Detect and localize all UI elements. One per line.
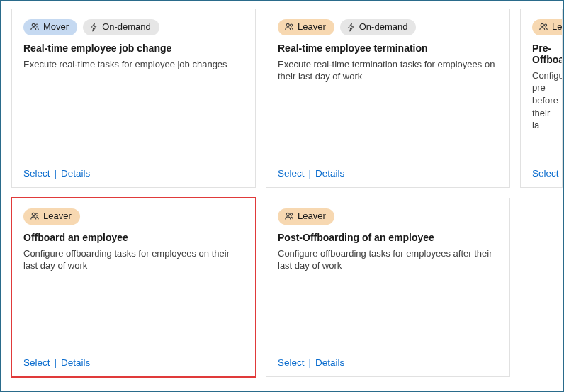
- people-icon: [30, 211, 40, 221]
- tag-label: Mover: [43, 21, 69, 33]
- card-actions: Select|Details: [278, 168, 498, 179]
- bolt-icon: [346, 23, 356, 32]
- leaver-tag: Leaver: [278, 208, 334, 225]
- tags-row: LeaverOn-demand: [278, 19, 498, 35]
- mover-tag: Mover: [23, 19, 77, 35]
- select-link[interactable]: Select: [278, 357, 305, 368]
- card-title: Pre-Offboard: [532, 43, 551, 65]
- workflow-card-pre-offboard: LeaverPre-OffboardConfigure pre before t…: [520, 9, 563, 188]
- svg-point-8: [286, 213, 289, 216]
- tag-label: On-demand: [102, 21, 151, 33]
- select-link[interactable]: Select: [23, 357, 50, 368]
- card-title: Real-time employee termination: [278, 43, 498, 54]
- svg-point-6: [32, 213, 35, 216]
- svg-point-0: [32, 24, 35, 27]
- tag-label: Leaver: [43, 211, 72, 223]
- details-link[interactable]: Details: [315, 168, 344, 179]
- svg-point-5: [544, 24, 546, 26]
- card-actions: Select|Details: [278, 357, 498, 368]
- bolt-icon: [89, 23, 98, 32]
- card-title: Real-time employee job change: [23, 43, 244, 54]
- tag-label: On-demand: [359, 21, 408, 33]
- card-description: Configure pre before their la: [532, 69, 551, 132]
- svg-point-7: [35, 213, 38, 215]
- card-description: Execute real-time termination tasks for …: [278, 58, 498, 83]
- card-description: Execute real-time tasks for employee job…: [23, 58, 244, 71]
- svg-point-2: [286, 24, 289, 27]
- action-separator: |: [309, 168, 312, 179]
- svg-point-4: [541, 24, 543, 27]
- card-actions: Select|Details: [23, 168, 244, 179]
- workflow-card-offboard: LeaverOffboard an employeeConfigure offb…: [11, 198, 256, 377]
- action-separator: |: [55, 168, 57, 179]
- ondemand-tag: On-demand: [83, 19, 159, 35]
- tags-row: Leaver: [23, 208, 244, 225]
- workflow-card-job-change: MoverOn-demandReal-time employee job cha…: [11, 9, 256, 188]
- details-link[interactable]: Details: [315, 357, 344, 368]
- card-title: Post-Offboarding of an employee: [278, 232, 498, 243]
- card-description: Configure offboarding tasks for employee…: [278, 247, 498, 272]
- people-icon: [30, 22, 40, 32]
- cards-container: MoverOn-demandReal-time employee job cha…: [1, 1, 563, 377]
- card-title: Offboard an employee: [23, 232, 244, 243]
- tags-row: Leaver: [532, 19, 551, 35]
- details-link[interactable]: Details: [61, 357, 90, 368]
- tags-row: MoverOn-demand: [23, 19, 244, 35]
- svg-point-9: [290, 213, 292, 215]
- card-actions: Select|Details: [23, 357, 244, 368]
- action-separator: |: [309, 357, 312, 368]
- leaver-tag: Leaver: [23, 208, 80, 225]
- workflow-card-termination: LeaverOn-demandReal-time employee termin…: [266, 9, 510, 188]
- people-icon: [284, 22, 294, 32]
- action-separator: |: [55, 357, 57, 368]
- tags-row: Leaver: [278, 208, 498, 225]
- leaver-tag: Leaver: [278, 19, 334, 35]
- svg-point-3: [290, 24, 292, 26]
- details-link[interactable]: Details: [61, 168, 90, 179]
- select-link[interactable]: Select: [23, 168, 50, 179]
- people-icon: [538, 22, 548, 32]
- svg-point-1: [35, 24, 38, 26]
- select-link[interactable]: Select: [532, 168, 559, 179]
- card-actions: Select|Details: [532, 168, 551, 179]
- people-icon: [284, 211, 294, 221]
- tag-label: Leaver: [298, 21, 326, 33]
- card-description: Configure offboarding tasks for employee…: [23, 247, 244, 272]
- tag-label: Leaver: [552, 21, 563, 33]
- leaver-tag: Leaver: [532, 19, 563, 35]
- ondemand-tag: On-demand: [340, 19, 417, 35]
- tag-label: Leaver: [298, 211, 326, 223]
- select-link[interactable]: Select: [278, 168, 305, 179]
- workflow-card-post-offboard: LeaverPost-Offboarding of an employeeCon…: [266, 198, 510, 377]
